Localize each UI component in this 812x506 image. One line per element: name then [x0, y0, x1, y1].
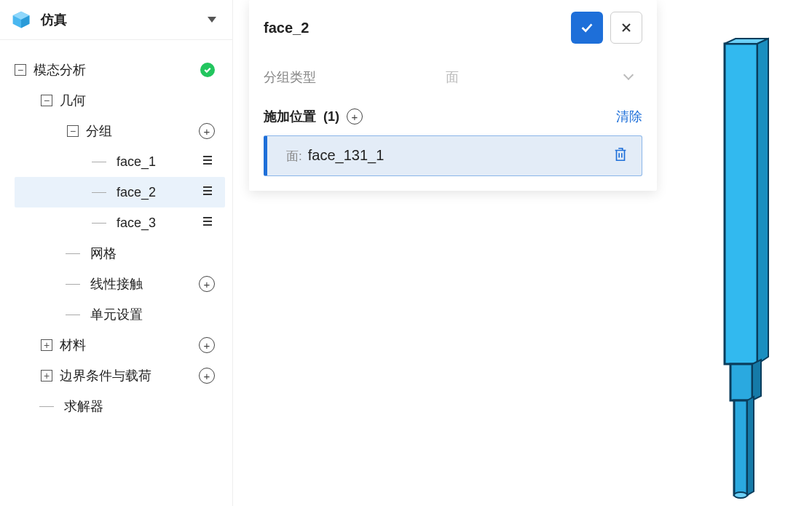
tree-node-element-settings[interactable]: 单元设置: [15, 299, 225, 330]
tree-label: 单元设置: [90, 306, 143, 323]
collapse-icon[interactable]: −: [41, 95, 52, 106]
svg-rect-6: [730, 364, 752, 400]
cube-icon: [12, 10, 31, 29]
panel-header: face_2: [249, 0, 657, 57]
svg-marker-9: [747, 397, 754, 495]
property-panel: face_2 分组类型 面 施加位置 (1): [249, 0, 657, 191]
tree-label: 模态分析: [33, 61, 86, 79]
confirm-button[interactable]: [571, 12, 603, 44]
apply-location-section: 施加位置 (1) + 清除 面: face_131_1: [249, 103, 657, 191]
tree-node-mesh[interactable]: 网格: [15, 238, 225, 269]
tree-node-material[interactable]: + 材料 +: [15, 330, 225, 360]
tree-label: 边界条件与载荷: [60, 367, 151, 384]
tree-leaf-label: face_3: [117, 216, 156, 231]
main-canvas[interactable]: face_2 分组类型 面 施加位置 (1): [233, 0, 812, 506]
tree-node-group[interactable]: − 分组 +: [15, 116, 225, 146]
add-icon[interactable]: +: [199, 123, 215, 139]
expand-icon[interactable]: +: [41, 370, 52, 382]
sidebar-title: 仿真: [41, 11, 67, 28]
tree-guide: [66, 284, 80, 285]
group-type-field: 分组类型 面: [249, 57, 657, 103]
tree-guide: [92, 223, 106, 224]
apply-location-title: 施加位置: [264, 108, 316, 125]
tree-label: 求解器: [64, 398, 103, 415]
collapse-icon[interactable]: −: [15, 64, 26, 76]
tree-label: 线性接触: [90, 275, 143, 293]
tree-leaf-face-2[interactable]: face_2: [15, 177, 225, 207]
panel-title: face_2: [264, 20, 309, 36]
svg-rect-8: [734, 400, 747, 495]
add-icon[interactable]: +: [199, 337, 215, 353]
sidebar-header: 仿真: [0, 0, 232, 40]
location-name: face_131_1: [308, 147, 385, 164]
tree-leaf-face-1[interactable]: face_1: [15, 146, 225, 177]
tree-label: 材料: [60, 336, 86, 354]
tree-node-solver[interactable]: 求解器: [15, 391, 225, 422]
list-icon[interactable]: [200, 214, 215, 232]
status-ok-icon: [200, 63, 215, 77]
cancel-button[interactable]: [610, 12, 642, 44]
caret-down-icon[interactable]: [208, 17, 216, 23]
tree-guide: [66, 253, 80, 254]
tree-guide: [66, 315, 80, 315]
location-prefix: 面:: [286, 148, 302, 165]
chevron-down-icon: [623, 70, 634, 80]
trash-icon[interactable]: [612, 146, 628, 165]
add-icon[interactable]: +: [199, 276, 215, 292]
location-item[interactable]: 面: face_131_1: [264, 135, 642, 176]
svg-point-10: [734, 492, 747, 498]
tree-node-geometry[interactable]: − 几何: [15, 85, 225, 116]
svg-marker-7: [752, 360, 761, 400]
collapse-icon[interactable]: −: [67, 125, 79, 137]
add-location-button[interactable]: +: [347, 108, 363, 124]
viewport-3d-object: [710, 36, 776, 505]
tree-root-modal-analysis[interactable]: − 模态分析: [15, 55, 225, 85]
tree-leaf-label: face_2: [117, 185, 156, 200]
tree-leaf-label: face_1: [117, 154, 156, 170]
list-icon[interactable]: [200, 183, 215, 201]
tree-guide: [39, 406, 54, 407]
tree-guide: [92, 192, 106, 193]
svg-rect-3: [725, 44, 757, 364]
tree-label: 几何: [60, 92, 86, 109]
clear-button[interactable]: 清除: [616, 108, 642, 125]
list-icon[interactable]: [200, 153, 215, 170]
group-type-label: 分组类型: [264, 68, 316, 86]
tree-guide: [92, 162, 106, 162]
tree-label: 分组: [86, 122, 112, 140]
sidebar: 仿真 − 模态分析 − 几何 − 分组 +: [0, 0, 233, 506]
svg-marker-5: [757, 39, 768, 364]
group-type-select[interactable]: 面: [438, 64, 642, 90]
group-type-value: 面: [446, 68, 459, 86]
tree-node-linear-contact[interactable]: 线性接触 +: [15, 269, 225, 299]
add-icon[interactable]: +: [199, 368, 215, 384]
tree: − 模态分析 − 几何 − 分组 + face_1: [0, 40, 232, 422]
tree-node-boundary-loads[interactable]: + 边界条件与载荷 +: [15, 360, 225, 391]
apply-location-count: (1): [323, 109, 339, 124]
expand-icon[interactable]: +: [41, 339, 52, 351]
tree-leaf-face-3[interactable]: face_3: [15, 207, 225, 238]
tree-label: 网格: [90, 245, 117, 262]
